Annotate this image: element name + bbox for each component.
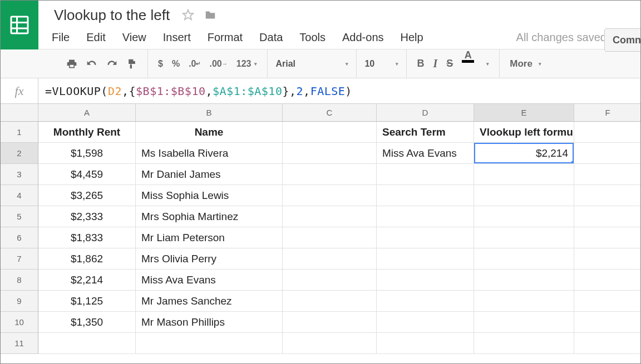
text-color-dropdown[interactable]: ▾ xyxy=(479,49,494,78)
row-header-10[interactable]: 10 xyxy=(1,312,38,333)
row-header-9[interactable]: 9 xyxy=(1,291,38,312)
row-header-3[interactable]: 3 xyxy=(1,164,38,185)
menu-file[interactable]: File xyxy=(52,31,70,44)
print-icon[interactable] xyxy=(62,49,82,78)
cell-D3[interactable] xyxy=(377,164,474,185)
formula-input[interactable]: =VLOOKUP(D2,{$B$1:$B$10,$A$1:$A$10},2,FA… xyxy=(38,84,352,98)
menu-addons[interactable]: Add-ons xyxy=(342,31,384,44)
cell-B2[interactable]: Ms Isabella Rivera xyxy=(136,143,283,164)
cell-E2[interactable]: $2,214 xyxy=(474,143,574,164)
cell-A10[interactable]: $1,350 xyxy=(38,312,136,333)
menu-edit[interactable]: Edit xyxy=(86,31,105,44)
cell-C2[interactable] xyxy=(283,143,377,164)
cell-D8[interactable] xyxy=(377,270,474,291)
menu-insert[interactable]: Insert xyxy=(163,31,191,44)
cell-B6[interactable]: Mr Liam Peterson xyxy=(136,227,283,248)
cell-E9[interactable] xyxy=(474,291,574,312)
cell-D11[interactable] xyxy=(377,333,474,354)
cell-C3[interactable] xyxy=(283,164,377,185)
cell-F1[interactable] xyxy=(574,122,641,143)
col-header-B[interactable]: B xyxy=(136,104,283,122)
cell-A4[interactable]: $3,265 xyxy=(38,185,136,206)
row-header-8[interactable]: 8 xyxy=(1,270,38,291)
cell-A1[interactable]: Monthly Rent xyxy=(38,122,136,143)
cell-A6[interactable]: $1,833 xyxy=(38,227,136,248)
cell-D7[interactable] xyxy=(377,248,474,270)
col-header-D[interactable]: D xyxy=(377,104,474,122)
cell-E1[interactable]: Vlookup left formula xyxy=(474,122,574,143)
cell-F10[interactable] xyxy=(574,312,641,333)
document-title[interactable]: Vlookup to the left xyxy=(52,7,172,24)
cell-A5[interactable]: $2,333 xyxy=(38,206,136,227)
cell-B5[interactable]: Mrs Sophia Martinez xyxy=(136,206,283,227)
col-header-F[interactable]: F xyxy=(574,104,641,122)
star-icon[interactable] xyxy=(182,9,194,21)
menu-view[interactable]: View xyxy=(122,31,146,44)
cell-B9[interactable]: Mr James Sanchez xyxy=(136,291,283,312)
cell-A8[interactable]: $2,214 xyxy=(38,270,136,291)
cell-E8[interactable] xyxy=(474,270,574,291)
strikethrough-button[interactable]: S xyxy=(442,49,457,78)
cell-E6[interactable] xyxy=(474,227,574,248)
cell-C7[interactable] xyxy=(283,248,377,270)
cell-F4[interactable] xyxy=(574,185,641,206)
currency-button[interactable]: $ xyxy=(154,49,167,78)
cell-F2[interactable] xyxy=(574,143,641,164)
cell-D10[interactable] xyxy=(377,312,474,333)
comments-button[interactable]: Comn xyxy=(604,28,641,52)
cell-F9[interactable] xyxy=(574,291,641,312)
font-size-select[interactable]: 10▾ xyxy=(357,49,407,78)
menu-tools[interactable]: Tools xyxy=(299,31,326,44)
cell-B11[interactable] xyxy=(136,333,283,354)
cell-D5[interactable] xyxy=(377,206,474,227)
cell-C5[interactable] xyxy=(283,206,377,227)
cell-E3[interactable] xyxy=(474,164,574,185)
cell-D6[interactable] xyxy=(377,227,474,248)
undo-icon[interactable] xyxy=(82,49,102,78)
percent-button[interactable]: % xyxy=(167,49,184,78)
cell-A7[interactable]: $1,862 xyxy=(38,248,136,270)
cell-B8[interactable]: Miss Ava Evans xyxy=(136,270,283,291)
cell-E10[interactable] xyxy=(474,312,574,333)
font-select[interactable]: Arial▾ xyxy=(268,49,357,78)
select-all-corner[interactable] xyxy=(1,104,38,122)
cell-C9[interactable] xyxy=(283,291,377,312)
cell-F3[interactable] xyxy=(574,164,641,185)
cell-B4[interactable]: Miss Sophia Lewis xyxy=(136,185,283,206)
cell-A9[interactable]: $1,125 xyxy=(38,291,136,312)
text-color-button[interactable]: A xyxy=(457,49,479,78)
cell-F8[interactable] xyxy=(574,270,641,291)
cell-F7[interactable] xyxy=(574,248,641,270)
paint-format-icon[interactable] xyxy=(122,49,142,78)
cell-A3[interactable]: $4,459 xyxy=(38,164,136,185)
cell-A11[interactable] xyxy=(38,333,136,354)
cell-B1[interactable]: Name xyxy=(136,122,283,143)
row-header-7[interactable]: 7 xyxy=(1,248,38,270)
cell-C6[interactable] xyxy=(283,227,377,248)
cell-F6[interactable] xyxy=(574,227,641,248)
cell-E4[interactable] xyxy=(474,185,574,206)
italic-button[interactable]: I xyxy=(428,49,442,78)
col-header-A[interactable]: A xyxy=(38,104,136,122)
cell-A2[interactable]: $1,598 xyxy=(38,143,136,164)
cell-D9[interactable] xyxy=(377,291,474,312)
menu-help[interactable]: Help xyxy=(401,31,423,44)
sheets-logo[interactable] xyxy=(1,1,38,49)
cell-C8[interactable] xyxy=(283,270,377,291)
cell-C11[interactable] xyxy=(283,333,377,354)
decrease-decimal-button[interactable]: .0↵ xyxy=(184,49,205,78)
bold-button[interactable]: B xyxy=(412,49,428,78)
col-header-C[interactable]: C xyxy=(283,104,377,122)
number-format-button[interactable]: 123▾ xyxy=(232,49,262,78)
cell-C1[interactable] xyxy=(283,122,377,143)
cell-F5[interactable] xyxy=(574,206,641,227)
folder-icon[interactable] xyxy=(204,9,216,21)
menu-data[interactable]: Data xyxy=(259,31,283,44)
menu-format[interactable]: Format xyxy=(208,31,243,44)
redo-icon[interactable] xyxy=(102,49,122,78)
cell-B7[interactable]: Mrs Olivia Perry xyxy=(136,248,283,270)
cell-E7[interactable] xyxy=(474,248,574,270)
cell-D4[interactable] xyxy=(377,185,474,206)
cell-B3[interactable]: Mr Daniel James xyxy=(136,164,283,185)
row-header-6[interactable]: 6 xyxy=(1,227,38,248)
